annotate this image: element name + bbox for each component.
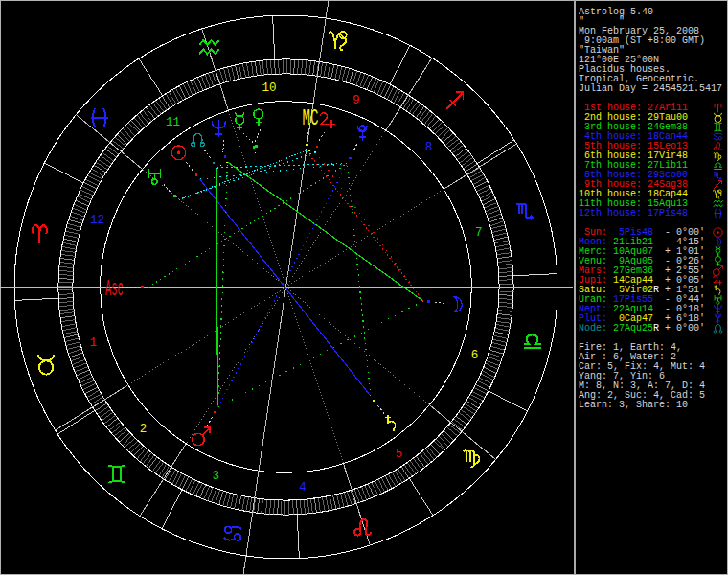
svg-text:MC: MC <box>303 106 319 131</box>
svg-text:1: 1 <box>89 336 97 350</box>
svg-text:6: 6 <box>471 349 479 362</box>
svg-text:10: 10 <box>262 81 276 95</box>
svg-text:4: 4 <box>299 481 307 494</box>
svg-text:3: 3 <box>212 470 219 483</box>
svg-text:8: 8 <box>425 141 433 154</box>
svg-text:5: 5 <box>396 448 403 461</box>
svg-text:9: 9 <box>353 94 360 107</box>
svg-text:Asc: Asc <box>105 277 124 302</box>
svg-text:11: 11 <box>166 116 180 129</box>
svg-text:12: 12 <box>90 214 104 227</box>
svg-text:7: 7 <box>475 226 483 240</box>
svg-text:2: 2 <box>140 423 148 436</box>
